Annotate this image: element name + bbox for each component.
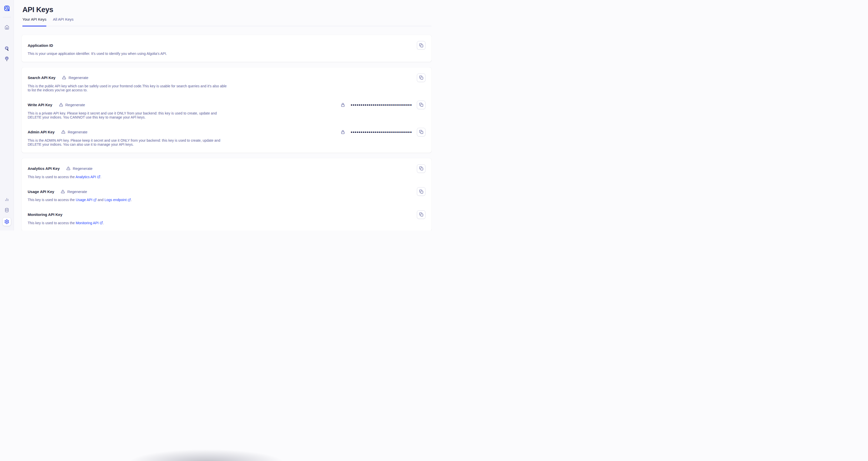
link-label: Usage API <box>76 198 92 202</box>
analytics-api-key-row: Analytics API Key Regenerate This key is… <box>28 164 426 179</box>
copy-icon <box>419 130 424 134</box>
usage-api-key-title: Usage API Key <box>28 190 54 194</box>
sidebar <box>0 0 14 230</box>
external-link-icon <box>96 175 100 179</box>
main-content: API Keys Your API Keys All API Keys Appl… <box>14 0 434 230</box>
logs-endpoint-link[interactable]: Logs endpoint <box>104 198 131 202</box>
description-text: This key is used to access the <box>28 198 76 202</box>
warning-triangle-icon <box>62 75 66 80</box>
sidebar-item-home[interactable] <box>2 23 11 31</box>
regenerate-label: Regenerate <box>65 103 85 107</box>
description-text: This key is used to access the <box>28 175 75 179</box>
description-text: . <box>103 221 104 225</box>
tab-your-api-keys[interactable]: Your API Keys <box>22 17 46 26</box>
database-icon <box>4 207 9 212</box>
sidebar-item-recommend[interactable] <box>2 54 11 63</box>
copy-icon <box>419 190 424 194</box>
analytics-api-key-title: Analytics API Key <box>28 166 60 171</box>
description-text: and <box>97 198 104 202</box>
admin-api-key-description: This is the ADMIN API key. Please keep i… <box>28 138 228 147</box>
sidebar-item-settings[interactable] <box>3 218 11 226</box>
analytics-api-key-description: This key is used to access the Analytics… <box>28 175 228 179</box>
copy-icon <box>419 212 424 217</box>
sidebar-item-analytics[interactable] <box>2 195 11 204</box>
regenerate-label: Regenerate <box>68 130 87 134</box>
usage-api-link[interactable]: Usage API <box>76 198 97 202</box>
copy-application-id-button[interactable] <box>417 41 426 50</box>
usage-api-key-row: Usage API Key Regenerate This key is use… <box>28 187 426 202</box>
regenerate-label: Regenerate <box>73 166 92 171</box>
algolia-logo-icon <box>3 5 10 11</box>
monitoring-api-key-title: Monitoring API Key <box>28 212 62 217</box>
regenerate-search-key-button[interactable]: Regenerate <box>62 75 88 80</box>
application-id-card: Application ID This is your unique appli… <box>22 35 432 62</box>
home-icon <box>4 24 9 30</box>
regenerate-admin-key-button[interactable]: Regenerate <box>61 130 87 134</box>
sidebar-bottom-group <box>2 195 11 230</box>
copy-icon <box>419 75 424 80</box>
link-label: Monitoring API <box>76 221 99 225</box>
sidebar-divider <box>3 17 11 18</box>
copy-search-key-button[interactable] <box>417 73 426 82</box>
application-id-title: Application ID <box>28 43 53 47</box>
masked-key-dots: ●●●●●●●●●●●●●●●●●●●●●●●●●●●●●●● <box>351 130 412 134</box>
write-key-masked-value: ●●●●●●●●●●●●●●●●●●●●●●●●●●●●●●● <box>341 103 412 107</box>
core-api-keys-card: Search API Key Regenerate This is the pu… <box>22 67 432 153</box>
tab-all-api-keys[interactable]: All API Keys <box>53 17 73 26</box>
other-api-keys-card: Analytics API Key Regenerate This key is… <box>22 158 432 231</box>
regenerate-write-key-button[interactable]: Regenerate <box>59 103 85 107</box>
copy-usage-key-button[interactable] <box>417 187 426 196</box>
search-api-key-description: This is the public API key which can be … <box>28 84 228 92</box>
description-text: This key is used to access the <box>28 221 76 225</box>
search-api-key-title: Search API Key <box>28 75 55 80</box>
description-text: . <box>100 175 101 179</box>
copy-write-key-button[interactable] <box>417 101 426 109</box>
regenerate-label: Regenerate <box>67 190 87 194</box>
link-label: Analytics API <box>75 175 96 179</box>
description-text: . <box>131 198 132 202</box>
admin-api-key-row: Admin API Key Regenerate This is the ADM… <box>28 128 426 147</box>
monitoring-api-key-row: Monitoring API Key This key is used to a… <box>28 210 426 225</box>
external-link-icon <box>92 198 97 202</box>
copy-monitoring-key-button[interactable] <box>417 210 426 219</box>
admin-key-masked-value: ●●●●●●●●●●●●●●●●●●●●●●●●●●●●●●● <box>341 130 412 134</box>
link-label: Logs endpoint <box>104 198 127 202</box>
sidebar-item-search-explorer[interactable] <box>2 44 11 53</box>
warning-triangle-icon <box>61 190 65 194</box>
regenerate-label: Regenerate <box>68 75 88 80</box>
write-api-key-row: Write API Key Regenerate This is a priva… <box>28 101 426 120</box>
copy-admin-key-button[interactable] <box>417 128 426 136</box>
copy-icon <box>419 43 424 47</box>
warning-triangle-icon <box>66 166 70 171</box>
gear-icon <box>4 219 9 224</box>
write-api-key-title: Write API Key <box>28 103 52 107</box>
monitoring-api-key-description: This key is used to access the Monitorin… <box>28 221 228 225</box>
write-api-key-description: This is a private API key. Please keep i… <box>28 111 228 120</box>
external-link-icon <box>127 198 131 202</box>
copy-icon <box>419 103 424 107</box>
admin-api-key-title: Admin API Key <box>28 130 55 134</box>
lock-icon <box>341 130 345 134</box>
masked-key-dots: ●●●●●●●●●●●●●●●●●●●●●●●●●●●●●●● <box>351 103 412 106</box>
lock-icon <box>341 103 345 107</box>
application-id-description: This is your unique application identifi… <box>28 52 228 56</box>
sidebar-item-data-sources[interactable] <box>2 206 11 215</box>
search-api-key-row: Search API Key Regenerate This is the pu… <box>28 73 426 92</box>
usage-api-key-description: This key is used to access the Usage API… <box>28 198 228 202</box>
warning-triangle-icon <box>59 103 63 107</box>
warning-triangle-icon <box>61 130 65 134</box>
regenerate-analytics-key-button[interactable]: Regenerate <box>66 166 92 171</box>
bar-chart-icon <box>4 197 9 202</box>
regenerate-usage-key-button[interactable]: Regenerate <box>61 190 87 194</box>
copy-icon <box>419 166 424 171</box>
analytics-api-link[interactable]: Analytics API <box>75 175 100 179</box>
application-id-row: Application ID This is your unique appli… <box>28 41 426 56</box>
copy-analytics-key-button[interactable] <box>417 164 426 173</box>
bolt-icon <box>4 56 9 61</box>
external-link-icon <box>99 221 103 225</box>
search-explorer-icon <box>4 46 9 51</box>
algolia-logo[interactable] <box>3 5 10 11</box>
page-title: API Keys <box>22 0 432 14</box>
tab-bar: Your API Keys All API Keys <box>22 17 432 26</box>
monitoring-api-link[interactable]: Monitoring API <box>76 221 103 225</box>
